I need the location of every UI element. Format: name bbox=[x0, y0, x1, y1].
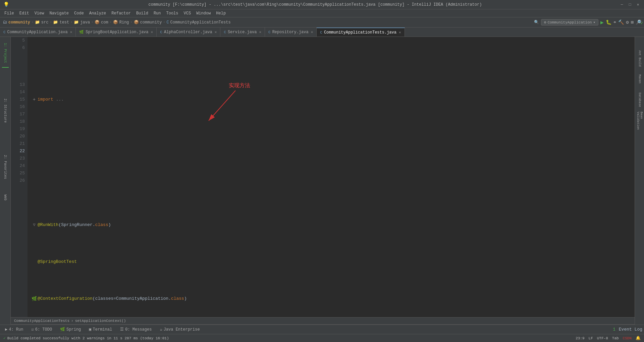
gutter-15[interactable]: ▽ bbox=[31, 223, 38, 227]
nav-ring[interactable]: Ring bbox=[119, 20, 129, 25]
sidebar-database[interactable]: Database bbox=[636, 90, 644, 110]
menu-run[interactable]: Run bbox=[151, 10, 164, 16]
menu-code[interactable]: Code bbox=[71, 10, 87, 16]
tab-label-service: Service.java bbox=[228, 30, 257, 35]
menu-refactor[interactable]: Refactor bbox=[109, 10, 133, 16]
sidebar-structure[interactable]: 2: Structure bbox=[1, 96, 10, 125]
nav-src[interactable]: src bbox=[41, 20, 49, 25]
tab-close-repo[interactable]: ✕ bbox=[311, 30, 313, 34]
menu-edit[interactable]: Edit bbox=[17, 10, 32, 16]
menu-navigate[interactable]: Navigate bbox=[47, 10, 71, 16]
nav-class[interactable]: CommunityApplicationTests bbox=[170, 20, 231, 25]
java-tab-icon: ☕ bbox=[160, 327, 162, 332]
left-sidebar: 1: Project 2: Structure 2: Favorites Web bbox=[0, 37, 11, 325]
code-line-5 bbox=[31, 59, 635, 66]
tab-label-alpha: AlphaController.java bbox=[164, 30, 212, 35]
gutter-6[interactable]: + bbox=[31, 97, 38, 102]
sidebar-bean-validation[interactable]: Bean Validation bbox=[636, 111, 644, 131]
collapse-icon-6[interactable]: + bbox=[33, 97, 36, 102]
bottom-tab-todo[interactable]: ☑ 6: TODO bbox=[28, 326, 55, 333]
tab-label-springboot: SpringBootApplication.java bbox=[86, 30, 148, 35]
sidebar-ant-build[interactable]: Ant Build bbox=[636, 48, 644, 68]
tab-service[interactable]: C Service.java ✕ bbox=[220, 27, 265, 37]
menu-tools[interactable]: Tools bbox=[164, 10, 181, 16]
tab-close-springboot[interactable]: ✕ bbox=[151, 30, 153, 34]
tab-springboot[interactable]: 🌿 SpringBootApplication.java ✕ bbox=[76, 27, 157, 37]
breadcrumb-method[interactable]: setApplicationContext() bbox=[75, 319, 126, 323]
tab-close-service[interactable]: ✕ bbox=[259, 30, 261, 34]
sidebar-project[interactable]: 1: Project bbox=[1, 40, 10, 66]
csdn-icon: CSDN bbox=[623, 336, 632, 340]
window-controls[interactable]: ─ □ ✕ bbox=[619, 2, 641, 7]
build-button[interactable]: 🔨 bbox=[618, 19, 624, 25]
encoding[interactable]: UTF-8 bbox=[597, 336, 608, 340]
nav-project[interactable]: community bbox=[8, 20, 30, 25]
event-log-label[interactable]: Event Log bbox=[619, 327, 642, 332]
bottom-tab-messages[interactable]: ☰ 0: Messages bbox=[117, 326, 155, 333]
tab-close-alpha[interactable]: ✕ bbox=[215, 30, 217, 34]
cursor-position[interactable]: 23:9 bbox=[576, 336, 584, 340]
menu-file[interactable]: File bbox=[2, 10, 17, 16]
bottom-tab-terminal[interactable]: ▣ Terminal bbox=[86, 326, 115, 333]
tab-tests[interactable]: C CommunityApplicationTests.java ✕ bbox=[317, 27, 405, 37]
tab-repository[interactable]: C Repository.java ✕ bbox=[265, 27, 317, 37]
nav-community[interactable]: community bbox=[140, 20, 162, 25]
menu-view[interactable]: View bbox=[32, 10, 47, 16]
bottom-tab-run[interactable]: ▶ 4: Run bbox=[2, 326, 26, 333]
nav-class-icon: C bbox=[166, 20, 169, 25]
line-ending[interactable]: LF bbox=[589, 336, 593, 340]
breadcrumb-class[interactable]: CommunityApplicationTests bbox=[14, 319, 69, 323]
tab-label-community: CommunityApplication.java bbox=[7, 30, 68, 35]
nav-java[interactable]: java bbox=[80, 20, 90, 25]
run-button[interactable]: ▶ bbox=[600, 19, 604, 26]
run-tab-icon: ▶ bbox=[5, 327, 7, 332]
minimize-button[interactable]: ─ bbox=[619, 2, 625, 7]
maximize-button[interactable]: □ bbox=[627, 2, 633, 7]
java-tab-label: Java Enterprise bbox=[164, 327, 200, 332]
gutter-17[interactable]: 🌿 bbox=[31, 297, 38, 301]
sidebar-maven[interactable]: Maven bbox=[636, 69, 644, 89]
tab-community-application[interactable]: C CommunityApplication.java ✕ bbox=[0, 27, 76, 37]
sidebar-favorites[interactable]: 2: Favorites bbox=[1, 152, 10, 182]
code-line-14 bbox=[31, 184, 635, 192]
dropdown-arrow-icon: ▾ bbox=[593, 20, 595, 24]
layout-icon[interactable]: ⊞ bbox=[631, 19, 634, 25]
sidebar-web[interactable]: Web bbox=[1, 192, 10, 203]
debug-button[interactable]: 🐛 bbox=[606, 19, 611, 25]
indent[interactable]: Tab bbox=[612, 336, 619, 340]
main-area: 1: Project 2: Structure 2: Favorites Web… bbox=[0, 37, 644, 325]
tab-label-repo: Repository.java bbox=[272, 30, 309, 35]
notification-icon[interactable]: 🔔 bbox=[636, 336, 641, 341]
coverage-button[interactable]: ☂ bbox=[613, 19, 616, 25]
nav-com[interactable]: com bbox=[101, 20, 108, 25]
nav-test[interactable]: test bbox=[59, 20, 69, 25]
menu-help[interactable]: Help bbox=[213, 10, 228, 16]
event-log-badge[interactable]: 1 bbox=[613, 327, 615, 332]
menu-window[interactable]: Window bbox=[194, 10, 213, 16]
messages-tab-label: 0: Messages bbox=[125, 327, 152, 332]
menu-analyze[interactable]: Analyze bbox=[87, 10, 109, 16]
terminal-tab-label: Terminal bbox=[93, 327, 112, 332]
code-line-6: + import ... bbox=[31, 96, 635, 103]
bottom-tab-spring[interactable]: 🌿 Spring bbox=[57, 326, 84, 333]
tab-close-tests[interactable]: ✕ bbox=[399, 30, 401, 35]
tab-alpha[interactable]: C AlphaController.java ✕ bbox=[157, 27, 220, 37]
nav-community-icon: 📦 bbox=[134, 20, 139, 25]
menu-vcs[interactable]: VCS bbox=[181, 10, 194, 16]
editor-breadcrumb: CommunityApplicationTests › setApplicati… bbox=[11, 317, 635, 325]
breadcrumb-sep: › bbox=[71, 319, 73, 323]
collapse-icon-15[interactable]: ▽ bbox=[33, 223, 35, 227]
settings-icon[interactable]: ⚙ bbox=[626, 19, 629, 25]
search-icon[interactable]: 🔍 bbox=[534, 20, 539, 25]
bottom-tab-java-enterprise[interactable]: ☕ Java Enterprise bbox=[156, 326, 203, 333]
run-config-dropdown[interactable]: ⚙ CommunityApplication ▾ bbox=[541, 19, 598, 25]
tab-close-community[interactable]: ✕ bbox=[70, 30, 72, 34]
nav-ring-icon: 📦 bbox=[113, 20, 118, 25]
close-button[interactable]: ✕ bbox=[635, 2, 641, 7]
status-right: 23:9 LF UTF-8 Tab CSDN 🔔 bbox=[576, 336, 641, 341]
menu-build[interactable]: Build bbox=[133, 10, 151, 16]
spring-icon-17[interactable]: 🌿 bbox=[32, 297, 37, 301]
code-editor[interactable]: 5 6 13 14 15 16 17 18 19 20 21 22 23 24 … bbox=[11, 37, 635, 317]
messages-tab-icon: ☰ bbox=[120, 327, 124, 332]
run-config-label: CommunityApplication bbox=[547, 20, 592, 24]
